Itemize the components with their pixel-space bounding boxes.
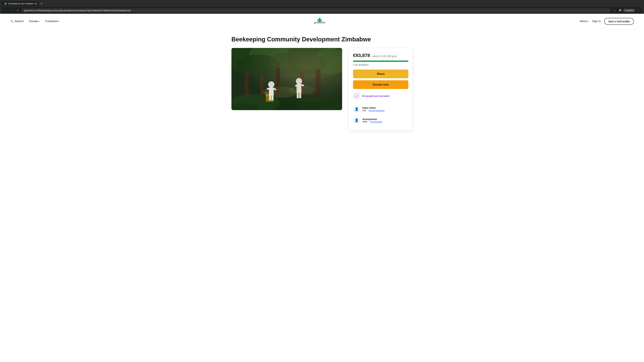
donor-avatar: 👤 bbox=[353, 106, 360, 113]
active-tab[interactable]: Fundraiser by Cian Hamilton : B... ✕ bbox=[2, 1, 39, 6]
gofundme-logo-svg: gofundme bbox=[308, 17, 332, 25]
page-content: 🔍 Search Donate ▾ Fundraise ▾ bbox=[0, 14, 644, 361]
nav-search[interactable]: 🔍 Search bbox=[10, 19, 24, 23]
new-tab-button[interactable]: + bbox=[39, 1, 44, 6]
just-donated-text: 40 people just donated bbox=[362, 94, 390, 97]
nav-fundraise[interactable]: Fundraise ▾ bbox=[45, 19, 60, 23]
donor-name: Anonymous bbox=[362, 118, 382, 120]
campaign-image bbox=[232, 48, 342, 110]
donate-now-button[interactable]: Donate now bbox=[353, 80, 408, 89]
dot-separator: · bbox=[367, 109, 368, 112]
donor-info: Peter Chen €25 · Recent donation bbox=[362, 106, 384, 112]
donor-details: €500 · Top donation bbox=[362, 120, 382, 123]
campaign-image-bg bbox=[232, 48, 342, 110]
donate-nav-label: Donate bbox=[29, 19, 38, 23]
donor-amount: €25 bbox=[362, 109, 366, 112]
address-bar-row: ‹ › ↻ ☆ 🧩 Incognito ⋮ bbox=[2, 7, 642, 14]
nav-logo[interactable]: gofundme bbox=[308, 17, 332, 26]
image-overlay bbox=[232, 48, 342, 110]
page-title: Beekeeping Community Development Zimbabw… bbox=[232, 36, 412, 43]
donor-details: €25 · Recent donation bbox=[362, 109, 384, 112]
menu-button[interactable]: ⋮ bbox=[636, 8, 641, 13]
nav-donate[interactable]: Donate ▾ bbox=[29, 19, 40, 23]
donor-amount: €500 bbox=[362, 120, 367, 123]
nav-about[interactable]: About ▾ bbox=[580, 19, 589, 23]
browser-actions: ☆ 🧩 Incognito ⋮ bbox=[612, 8, 641, 13]
donate-chevron-icon: ▾ bbox=[39, 20, 40, 22]
forward-button[interactable]: › bbox=[10, 8, 14, 13]
address-input[interactable] bbox=[22, 8, 611, 12]
donor-info: Anonymous €500 · Top donation bbox=[362, 118, 382, 123]
progress-bar-fill bbox=[353, 60, 408, 62]
tab-favicon bbox=[4, 2, 7, 5]
share-button[interactable]: Share bbox=[353, 69, 408, 78]
bookmark-button[interactable]: ☆ bbox=[612, 8, 617, 13]
browser-chrome: Fundraiser by Cian Hamilton : B... ✕ + ‹… bbox=[0, 0, 644, 14]
raised-goal: raised of €20,000 goal bbox=[372, 55, 397, 57]
back-button[interactable]: ‹ bbox=[3, 8, 8, 13]
raised-section: €93,878 raised of €20,000 goal bbox=[353, 53, 408, 58]
svg-text:gofundme: gofundme bbox=[314, 21, 325, 24]
nav-left: 🔍 Search Donate ▾ Fundraise ▾ bbox=[10, 19, 60, 23]
donor-tag[interactable]: Recent donation bbox=[368, 109, 384, 112]
raised-amount: €93,878 bbox=[353, 53, 370, 58]
donor-tag[interactable]: Top donation bbox=[370, 120, 382, 123]
fundraise-chevron-icon: ▾ bbox=[58, 20, 60, 22]
just-donated-banner: 📈 40 people just donated bbox=[353, 92, 408, 99]
donation-card: €93,878 raised of €20,000 goal 4.4K dona… bbox=[349, 48, 412, 131]
donor-item: 👤 Peter Chen €25 · Recent donation bbox=[353, 103, 408, 115]
tab-title: Fundraiser by Cian Hamilton : B... bbox=[8, 2, 38, 5]
content-layout: €93,878 raised of €20,000 goal 4.4K dona… bbox=[232, 48, 412, 131]
progress-bar-container bbox=[353, 60, 408, 62]
main-container: Beekeeping Community Development Zimbabw… bbox=[221, 29, 422, 137]
tab-bar: Fundraiser by Cian Hamilton : B... ✕ + bbox=[2, 1, 642, 6]
about-chevron-icon: ▾ bbox=[588, 20, 589, 22]
search-icon: 🔍 bbox=[10, 19, 14, 23]
about-label: About bbox=[580, 19, 587, 23]
search-label: Search bbox=[14, 19, 24, 23]
left-col bbox=[232, 48, 342, 110]
right-col: €93,878 raised of €20,000 goal 4.4K dona… bbox=[349, 48, 412, 131]
donor-item: 👤 Anonymous €500 · Top donation bbox=[353, 115, 408, 126]
dot-separator: · bbox=[368, 120, 369, 123]
donations-count: 4.4K donations bbox=[353, 63, 408, 66]
donor-avatar: 👤 bbox=[353, 117, 360, 124]
sign-in-button[interactable]: Sign in bbox=[592, 19, 601, 23]
navbar: 🔍 Search Donate ▾ Fundraise ▾ bbox=[0, 14, 644, 29]
start-gofundme-button[interactable]: Start a GoFundMe bbox=[604, 18, 634, 25]
trending-icon: 📈 bbox=[353, 92, 360, 99]
donor-name: Peter Chen bbox=[362, 106, 384, 109]
extensions-button[interactable]: 🧩 bbox=[618, 8, 622, 13]
incognito-indicator: Incognito bbox=[623, 9, 635, 12]
fundraise-label: Fundraise bbox=[45, 19, 58, 23]
nav-right: About ▾ Sign in Start a GoFundMe bbox=[580, 18, 634, 25]
reload-button[interactable]: ↻ bbox=[16, 8, 20, 13]
